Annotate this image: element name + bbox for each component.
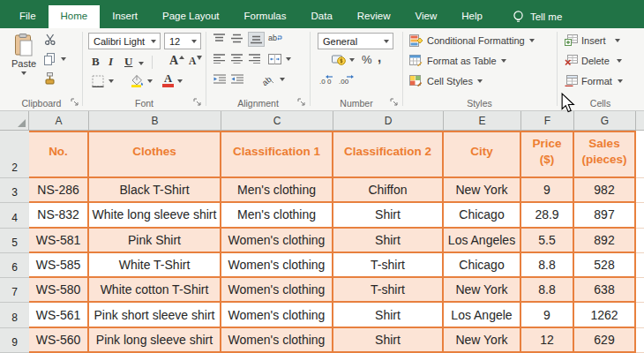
- font-color-button[interactable]: A: [162, 74, 183, 87]
- paste-dropdown[interactable]: [21, 71, 26, 75]
- paste-button[interactable]: Paste: [7, 32, 41, 86]
- row-header-2[interactable]: 2: [0, 131, 29, 178]
- format-cells-button[interactable]: Format: [565, 75, 623, 86]
- cell-G5[interactable]: 892: [574, 229, 636, 253]
- cell-G9[interactable]: 629: [574, 328, 636, 353]
- tab-formulas[interactable]: Formulas: [232, 5, 299, 28]
- copy-button[interactable]: [44, 53, 66, 65]
- cell-A8[interactable]: WS-561: [29, 303, 89, 327]
- cell-B4[interactable]: White long sleeve shirt: [89, 203, 221, 228]
- bottom-align-button[interactable]: [249, 33, 264, 46]
- col-header-E[interactable]: E: [444, 111, 521, 131]
- delete-dropdown[interactable]: [617, 59, 622, 63]
- accounting-format-button[interactable]: [332, 54, 355, 65]
- cell-F8[interactable]: 9: [521, 303, 574, 327]
- cell-E9[interactable]: New York: [444, 328, 521, 353]
- cell-D8[interactable]: Shirt: [333, 303, 444, 327]
- row-header-9[interactable]: 9: [0, 328, 29, 353]
- merge-center-dropdown[interactable]: [286, 57, 291, 61]
- increase-font-button[interactable]: A: [169, 54, 184, 68]
- cell-E7[interactable]: New York: [444, 278, 521, 303]
- font-dialog-launcher[interactable]: [193, 98, 202, 107]
- cell-G6[interactable]: 528: [574, 253, 636, 278]
- cell-D6[interactable]: T-shirt: [333, 253, 444, 278]
- cell-C8[interactable]: Women's clothing: [221, 303, 333, 327]
- row-header-3[interactable]: 3: [0, 178, 29, 203]
- row-header-7[interactable]: 7: [0, 278, 29, 303]
- cell-A9[interactable]: WS-560: [29, 328, 89, 353]
- format-painter-button[interactable]: [44, 72, 56, 85]
- insert-cells-button[interactable]: Insert: [565, 34, 620, 46]
- cell-G8[interactable]: 1262: [574, 303, 636, 327]
- format-as-table-dropdown[interactable]: [501, 59, 506, 63]
- cell-F5[interactable]: 5.5: [521, 229, 574, 253]
- font-size-select[interactable]: 12: [164, 33, 201, 49]
- conditional-formatting-dropdown[interactable]: [529, 39, 535, 42]
- wrap-text-button[interactable]: ab: [268, 33, 283, 44]
- fill-color-dropdown[interactable]: [147, 79, 153, 83]
- cell-A4[interactable]: NS-832: [29, 203, 89, 228]
- cell-C3[interactable]: Men's clothing: [221, 178, 333, 203]
- underline-button[interactable]: U: [124, 55, 132, 69]
- tab-home[interactable]: Home: [49, 5, 101, 28]
- cell-F7[interactable]: 8.8: [521, 278, 574, 303]
- cell-D4[interactable]: Shirt: [333, 203, 444, 228]
- cell-C2[interactable]: Classification 1: [221, 131, 333, 178]
- orientation-button[interactable]: ab: [263, 73, 285, 86]
- cell-A5[interactable]: WS-581: [29, 229, 89, 253]
- cell-A7[interactable]: WS-580: [29, 278, 89, 303]
- cell-E8[interactable]: Los Angele: [444, 303, 521, 327]
- cell-E6[interactable]: Chicago: [444, 253, 521, 278]
- row-header-6[interactable]: 6: [0, 253, 29, 278]
- cell-C5[interactable]: Women's clothing: [221, 229, 333, 253]
- number-format-select[interactable]: General: [318, 33, 393, 49]
- cell-G4[interactable]: 897: [574, 203, 636, 228]
- cell-G3[interactable]: 982: [574, 178, 636, 203]
- cell-C6[interactable]: Women's clothing: [221, 253, 333, 278]
- format-as-table-button[interactable]: Format as Table: [409, 55, 506, 66]
- cell-E3[interactable]: New York: [444, 178, 521, 203]
- delete-cells-button[interactable]: Delete: [565, 55, 622, 66]
- format-dropdown[interactable]: [618, 79, 623, 83]
- cell-B7[interactable]: White cotton T-Shirt: [89, 278, 221, 303]
- col-header-B[interactable]: B: [89, 111, 221, 131]
- decrease-font-button[interactable]: A: [189, 56, 202, 66]
- increase-indent-button[interactable]: [231, 74, 243, 84]
- tell-me[interactable]: Tell me: [513, 5, 562, 28]
- cell-E2[interactable]: City: [444, 131, 521, 178]
- cell-B6[interactable]: White T-Shirt: [89, 253, 221, 278]
- cell-styles-button[interactable]: Cell Styles: [409, 75, 483, 86]
- tab-review[interactable]: Review: [345, 5, 403, 28]
- cell-C9[interactable]: Women's clothing: [221, 328, 333, 353]
- align-right-button[interactable]: [249, 54, 260, 64]
- alignment-dialog-launcher[interactable]: [297, 98, 306, 107]
- tab-page-layout[interactable]: Page Layout: [150, 5, 232, 28]
- orientation-dropdown[interactable]: [280, 78, 285, 81]
- cell-A2[interactable]: No.: [29, 131, 89, 178]
- decrease-decimal-button[interactable]: .00: [339, 74, 354, 86]
- comma-style-button[interactable]: ,: [378, 49, 381, 64]
- cell-B3[interactable]: Black T-Shirt: [89, 178, 221, 203]
- tab-help[interactable]: Help: [449, 5, 495, 28]
- merge-center-button[interactable]: [268, 54, 291, 64]
- col-header-G[interactable]: G: [574, 111, 636, 131]
- cell-A6[interactable]: WS-585: [29, 253, 89, 278]
- accounting-dropdown[interactable]: [349, 58, 355, 62]
- cell-F9[interactable]: 12: [521, 328, 574, 353]
- cell-F2[interactable]: Price ($): [521, 131, 574, 178]
- align-center-button[interactable]: [231, 54, 243, 64]
- cell-F6[interactable]: 8.8: [521, 253, 574, 278]
- cut-button[interactable]: [44, 34, 56, 45]
- col-header-D[interactable]: D: [333, 111, 444, 131]
- borders-button[interactable]: [92, 75, 114, 87]
- col-header-C[interactable]: C: [221, 111, 333, 131]
- underline-dropdown[interactable]: [139, 62, 144, 65]
- percent-style-button[interactable]: %: [362, 53, 372, 66]
- number-dialog-launcher[interactable]: [390, 98, 399, 107]
- clipboard-dialog-launcher[interactable]: [71, 98, 79, 107]
- bold-button[interactable]: B: [92, 55, 100, 69]
- conditional-formatting-button[interactable]: Conditional Formatting: [409, 34, 535, 47]
- cell-D3[interactable]: Chiffon: [333, 178, 444, 203]
- cell-B2[interactable]: Clothes: [89, 131, 221, 178]
- cell-G2[interactable]: Sales (pieces): [574, 131, 636, 178]
